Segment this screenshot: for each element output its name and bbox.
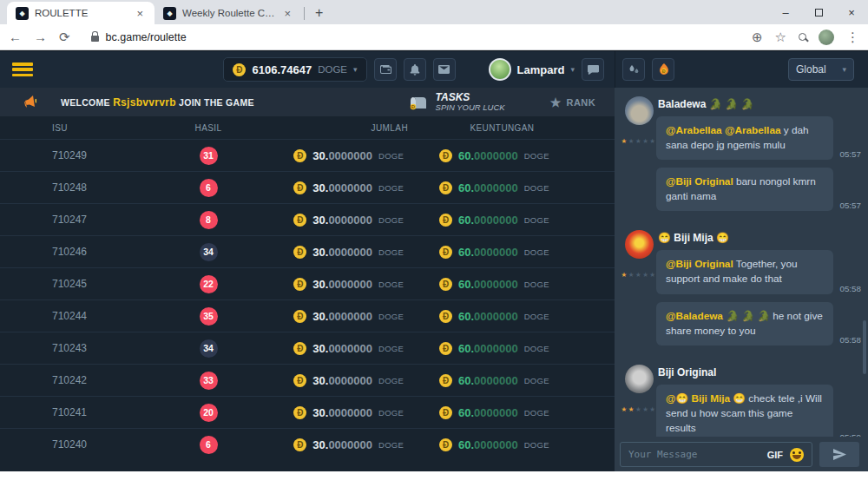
doge-coin-icon: Ð [439, 246, 452, 259]
hamburger-menu-icon[interactable] [12, 63, 33, 76]
profit-fraction: 0000000 [474, 342, 518, 355]
rain-drops-button[interactable] [622, 58, 645, 81]
emoji-picker-icon[interactable] [790, 448, 804, 462]
message-field[interactable]: GIF [620, 442, 812, 467]
mention-link[interactable]: @Baladewa 🐊 🐊 🐊 [666, 310, 770, 322]
send-button[interactable] [819, 442, 859, 467]
table-row[interactable]: 71024634Ð30.0000000DOGEÐ60.0000000DOGE [0, 235, 615, 267]
avatar[interactable] [625, 230, 654, 259]
chat-username[interactable]: Biji Original [658, 366, 861, 378]
profit-value: 60.0000000 [458, 438, 518, 451]
tab-close-icon[interactable]: × [134, 7, 146, 20]
result-badge: 6 [200, 179, 218, 197]
coindrop-flame-button[interactable]: Ð [652, 58, 674, 81]
mention-link[interactable]: @😁 Biji Mija 😁 [666, 392, 746, 405]
profit-value: 60.0000000 [458, 278, 518, 291]
result-cell: 6 [156, 179, 260, 197]
table-row[interactable]: 71024435Ð30.0000000DOGEÐ60.0000000DOGE [0, 299, 615, 332]
new-tab-button[interactable]: + [308, 5, 332, 24]
mention-link[interactable]: @Arabellaa @Arabellaa [666, 124, 781, 136]
amount-currency: DOGE [378, 440, 408, 450]
bookmark-star-icon[interactable]: ☆ [775, 30, 786, 45]
lock-icon[interactable] [91, 36, 99, 42]
maximize-button[interactable] [802, 0, 835, 24]
table-row[interactable]: 7102406Ð30.0000000DOGEÐ60.0000000DOGE [0, 428, 615, 460]
bet-id: 710244 [52, 310, 156, 322]
browser-tab-challenge[interactable]: ◆ Weekly Roulette Challenge - Win × [155, 2, 302, 24]
amount-fraction: 0000000 [328, 214, 372, 227]
close-button[interactable]: × [835, 0, 868, 24]
mention-link[interactable]: @Biji Original [666, 175, 733, 188]
amount-value: 30.0000000 [312, 149, 372, 162]
reload-icon[interactable]: ⟳ [59, 30, 70, 45]
back-icon[interactable]: ← [9, 30, 22, 44]
tasks-chest-icon: Ð [408, 94, 429, 111]
chat-room-select[interactable]: Global ▾ [788, 58, 854, 81]
amount-cell: Ð30.0000000DOGE [260, 406, 408, 419]
amount-value: 30.0000000 [312, 342, 372, 355]
bcgame-page: Ð 6106.74647 DOGE ▾ Lampard ▾ [0, 50, 868, 487]
tasks-link[interactable]: Ð TASKS SPIN YOUR LUCK [408, 92, 505, 113]
doge-coin-icon: Ð [293, 342, 306, 355]
chat-input-row: GIF [615, 437, 868, 471]
chat-scrollbar[interactable] [863, 320, 866, 374]
table-row[interactable]: 71024233Ð30.0000000DOGEÐ60.0000000DOGE [0, 364, 615, 396]
browser-tab-roulette[interactable]: ◆ ROULETTE × [7, 2, 155, 24]
menu-dots-icon[interactable]: ⋮ [846, 30, 859, 45]
user-dropdown[interactable]: Lampard ▾ [489, 58, 575, 81]
chat-messages: ★★★★★Baladewa 🐊 🐊 🐊@Arabellaa @Arabellaa… [615, 88, 868, 437]
chat-toggle-button[interactable] [582, 58, 604, 81]
profit-currency: DOGE [524, 312, 554, 321]
profit-currency: DOGE [524, 344, 554, 353]
balance-dropdown[interactable]: Ð 6106.74647 DOGE ▾ [223, 57, 366, 82]
amount-value: 30.0000000 [312, 310, 372, 323]
amount-currency: DOGE [378, 344, 408, 353]
table-row[interactable]: 7102486Ð30.0000000DOGEÐ60.0000000DOGE [0, 171, 615, 203]
balance-value: 6106.74647 [252, 63, 312, 76]
user-avatar [489, 58, 511, 81]
gif-button[interactable]: GIF [767, 450, 783, 460]
amount-value: 30.0000000 [312, 246, 372, 259]
avatar[interactable] [625, 365, 654, 393]
table-row[interactable]: 71024931Ð30.0000000DOGEÐ60.0000000DOGE [0, 139, 615, 171]
notifications-bell-button[interactable] [404, 58, 426, 81]
doge-coin-icon: Ð [293, 214, 306, 227]
mention-link[interactable]: @Biji Original [666, 258, 733, 270]
chat-username[interactable]: 😁 Biji Mija 😁 [658, 232, 861, 244]
doge-coin-icon: Ð [293, 149, 306, 162]
doge-coin-icon: Ð [293, 406, 306, 419]
main-panel: WELCOME Rsjsbvvrvrb JOIN THE GAME Ð TASK… [0, 88, 615, 471]
table-row[interactable]: 71024522Ð30.0000000DOGEÐ60.0000000DOGE [0, 267, 615, 299]
chat-username[interactable]: Baladewa 🐊 🐊 🐊 [658, 98, 861, 110]
profit-cell: Ð60.0000000DOGE [439, 310, 565, 323]
message-input[interactable] [628, 449, 760, 460]
forward-icon[interactable]: → [34, 30, 47, 44]
browser-profile-avatar[interactable] [819, 30, 834, 45]
table-row[interactable]: 71024120Ð30.0000000DOGEÐ60.0000000DOGE [0, 396, 615, 428]
amount-currency: DOGE [378, 376, 408, 385]
star-filled-icon: ★ [621, 137, 628, 145]
zoom-page-icon[interactable]: ⊕ [752, 30, 763, 45]
rank-link[interactable]: ★ RANK [550, 95, 595, 109]
chat-message-column: Biji Original@😁 Biji Mija 😁 check tele ,… [656, 365, 861, 437]
messages-mail-button[interactable] [433, 58, 456, 81]
profit-value: 60.0000000 [458, 214, 518, 227]
table-row[interactable]: 71024334Ð30.0000000DOGEÐ60.0000000DOGE [0, 332, 615, 364]
table-row[interactable]: 7102478Ð30.0000000DOGEÐ60.0000000DOGE [0, 203, 615, 235]
chevron-down-icon: ▾ [353, 65, 358, 74]
chat-avatar-column: ★★★★★ [621, 230, 656, 352]
results-table: ISU HASIL JUMLAH KEUNTUNGAN 71024931Ð30.… [0, 116, 615, 471]
tab-close-icon[interactable]: × [281, 7, 293, 20]
wallet-button[interactable] [374, 58, 397, 81]
window-controls: – × [769, 0, 868, 24]
bottom-white-strip [0, 471, 868, 487]
minimize-button[interactable]: – [769, 0, 802, 24]
message-time: 05:58 [839, 284, 861, 294]
address-bar[interactable]: bc.game/roulette [82, 28, 740, 47]
welcome-text: WELCOME Rsjsbvvrvrb JOIN THE GAME [61, 96, 254, 109]
profit-value: 60.0000000 [458, 149, 518, 162]
search-icon[interactable] [799, 33, 806, 41]
result-cell: 34 [156, 243, 260, 261]
tab-separator [304, 7, 305, 20]
avatar[interactable] [625, 96, 654, 125]
